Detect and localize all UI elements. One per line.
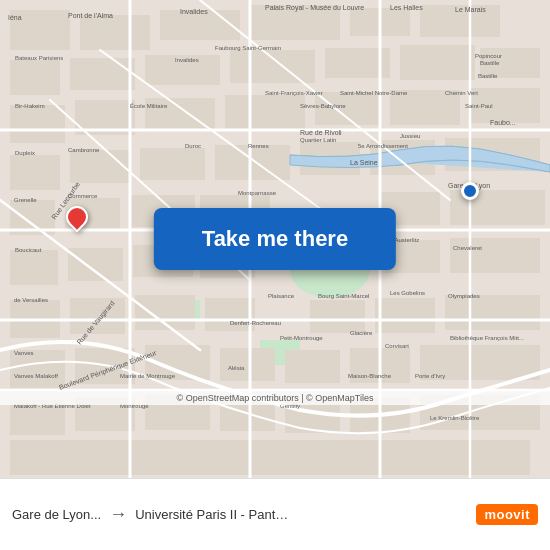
svg-rect-25 xyxy=(10,155,60,190)
svg-text:Boucicaut: Boucicaut xyxy=(15,247,42,253)
svg-text:Maison-Blanche: Maison-Blanche xyxy=(348,373,392,379)
svg-text:Olympiades: Olympiades xyxy=(448,293,480,299)
svg-text:Bourg Saint-Marcel: Bourg Saint-Marcel xyxy=(318,293,369,299)
svg-rect-65 xyxy=(10,440,530,475)
svg-text:La Seine: La Seine xyxy=(350,159,378,166)
app: Rue Lecourbe Rue de Vaugirard Boulevard … xyxy=(0,0,550,550)
svg-rect-50 xyxy=(445,295,540,330)
svg-rect-47 xyxy=(205,298,255,331)
map-container: Rue Lecourbe Rue de Vaugirard Boulevard … xyxy=(0,0,550,478)
svg-text:Montparnasse: Montparnasse xyxy=(238,190,277,196)
svg-text:Rennes: Rennes xyxy=(248,143,269,149)
svg-text:Les Gobelins: Les Gobelins xyxy=(390,290,425,296)
origin-dot xyxy=(461,182,479,200)
svg-rect-6 xyxy=(80,15,150,50)
svg-text:Plaisance: Plaisance xyxy=(268,293,295,299)
svg-rect-26 xyxy=(70,150,130,183)
svg-text:Saint-Paul: Saint-Paul xyxy=(465,103,493,109)
svg-text:Chevaleret: Chevaleret xyxy=(453,245,482,251)
svg-text:Bateaux Parisiens: Bateaux Parisiens xyxy=(15,55,63,61)
svg-text:Alésia: Alésia xyxy=(228,365,245,371)
moovit-brand: moovit xyxy=(476,504,538,525)
arrow-icon: → xyxy=(109,504,127,525)
svg-text:de Versailles: de Versailles xyxy=(14,297,48,303)
svg-text:Iéna: Iéna xyxy=(8,14,22,21)
destination-pin xyxy=(66,206,88,228)
svg-text:Saint-Michel Notre-Dame: Saint-Michel Notre-Dame xyxy=(340,90,408,96)
svg-text:Faubo...: Faubo... xyxy=(490,119,516,126)
svg-text:Rue de Rivoli: Rue de Rivoli xyxy=(300,129,342,136)
svg-rect-21 xyxy=(225,95,305,130)
to-location: Université Paris II - Panthéon Assa... xyxy=(135,507,295,522)
svg-rect-11 xyxy=(10,60,60,95)
svg-rect-48 xyxy=(310,300,365,333)
svg-rect-27 xyxy=(140,148,205,180)
svg-text:Grenelle: Grenelle xyxy=(14,197,37,203)
svg-text:École Militaire: École Militaire xyxy=(130,103,168,109)
svg-rect-14 xyxy=(230,50,315,83)
svg-rect-16 xyxy=(400,45,475,80)
svg-text:Les Halles: Les Halles xyxy=(390,4,423,11)
svg-text:Invalides: Invalides xyxy=(175,57,199,63)
svg-text:5e Arrondissement: 5e Arrondissement xyxy=(358,143,408,149)
svg-text:Glacière: Glacière xyxy=(350,330,373,336)
svg-text:Sèvres-Babylone: Sèvres-Babylone xyxy=(300,103,346,109)
svg-rect-28 xyxy=(215,145,290,180)
svg-text:Cambronne: Cambronne xyxy=(68,147,100,153)
take-me-there-button[interactable]: Take me there xyxy=(154,208,396,270)
svg-text:Mairie de Montrouge: Mairie de Montrouge xyxy=(120,373,176,379)
svg-text:Invalides: Invalides xyxy=(180,8,208,15)
svg-text:Duroc: Duroc xyxy=(185,143,201,149)
svg-text:Chemin Vert: Chemin Vert xyxy=(445,90,478,96)
svg-rect-55 xyxy=(285,350,340,383)
svg-rect-18 xyxy=(10,105,65,143)
svg-rect-39 xyxy=(68,248,123,281)
map-attribution: © OpenStreetMap contributors | © OpenMap… xyxy=(0,391,550,405)
svg-rect-38 xyxy=(10,250,58,285)
footer: Gare de Lyon... → Université Paris II - … xyxy=(0,478,550,550)
svg-text:Pont de l'Alma: Pont de l'Alma xyxy=(68,12,113,19)
svg-text:Dupleix: Dupleix xyxy=(15,150,35,156)
svg-text:Quartier Latin: Quartier Latin xyxy=(300,137,336,143)
svg-text:Commerce: Commerce xyxy=(68,193,98,199)
svg-text:Vanves Malakoff: Vanves Malakoff xyxy=(14,373,58,379)
svg-text:Popincour: Popincour xyxy=(475,53,502,59)
svg-text:Bastille: Bastille xyxy=(478,73,498,79)
svg-rect-43 xyxy=(450,238,540,273)
svg-text:Bastille: Bastille xyxy=(480,60,500,66)
svg-text:Palais Royal - Musée du Louvre: Palais Royal - Musée du Louvre xyxy=(265,4,364,12)
svg-text:Petit-Montrouge: Petit-Montrouge xyxy=(280,335,323,341)
svg-rect-12 xyxy=(70,58,135,90)
svg-text:Denfert-Rochereau: Denfert-Rochereau xyxy=(230,320,281,326)
footer-route: Gare de Lyon... → Université Paris II - … xyxy=(12,504,476,525)
svg-text:Porte d'Ivry: Porte d'Ivry xyxy=(415,373,445,379)
svg-text:Faubourg Saint-Germain: Faubourg Saint-Germain xyxy=(215,45,281,51)
svg-text:Bir-Hakeim: Bir-Hakeim xyxy=(15,103,45,109)
pin-head xyxy=(61,201,92,232)
svg-rect-49 xyxy=(375,298,435,333)
svg-text:Le Kremlin-Bicêtre: Le Kremlin-Bicêtre xyxy=(430,415,480,421)
svg-text:Jussieu: Jussieu xyxy=(400,133,420,139)
from-location: Gare de Lyon... xyxy=(12,507,101,522)
svg-text:Vanves: Vanves xyxy=(14,350,34,356)
moovit-logo: moovit xyxy=(476,504,538,525)
svg-text:Saint-François-Xavier: Saint-François-Xavier xyxy=(265,90,323,96)
svg-text:Corvisart: Corvisart xyxy=(385,343,409,349)
svg-text:Le Marais: Le Marais xyxy=(455,6,486,13)
svg-text:Bibliothèque François Mitt...: Bibliothèque François Mitt... xyxy=(450,335,524,341)
